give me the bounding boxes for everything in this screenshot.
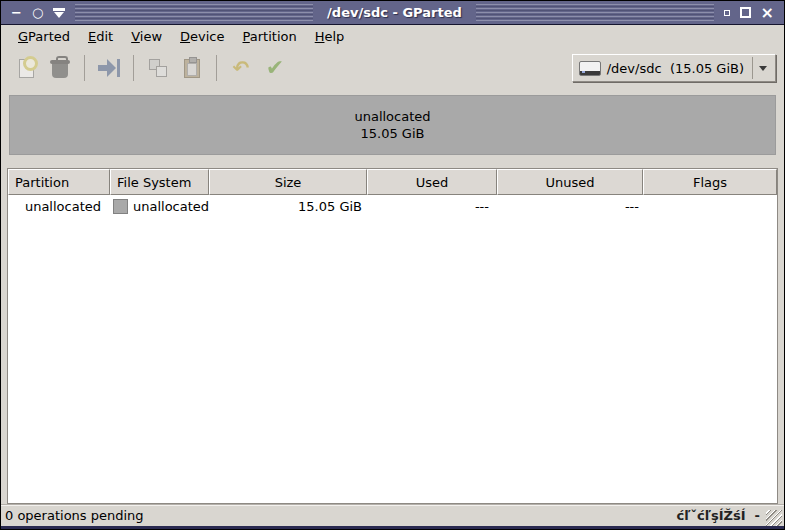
- unallocated-partition-bar[interactable]: unallocated 15.05 GiB: [9, 95, 776, 155]
- device-size-value: (15.05 GiB): [670, 61, 744, 76]
- toolbar: ↶ ✔ /dev/sdc (15.05 GiB): [1, 48, 784, 88]
- undo-button[interactable]: ↶: [226, 53, 256, 83]
- chevron-down-icon: [759, 66, 767, 71]
- combo-separator: [752, 57, 753, 79]
- column-header-flags[interactable]: Flags: [643, 169, 777, 195]
- cell-unused: ---: [497, 195, 643, 217]
- cell-partition: unallocated: [8, 195, 110, 217]
- menu-view[interactable]: View: [122, 27, 171, 46]
- new-partition-button[interactable]: [11, 53, 41, 83]
- statusbar-overlay-text: ćľˇćľşÍŽśÍ -: [677, 508, 760, 523]
- shade-icon[interactable]: [53, 8, 65, 18]
- disk-visual-area: unallocated 15.05 GiB: [1, 88, 784, 162]
- cell-filesystem: unallocated: [110, 195, 209, 217]
- column-header-size[interactable]: Size: [209, 169, 367, 195]
- column-header-unused[interactable]: Unused: [497, 169, 643, 195]
- table-row[interactable]: unallocated unallocated 15.05 GiB --- --…: [8, 195, 777, 217]
- resize-grip[interactable]: [766, 510, 782, 526]
- partition-table: Partition File System Size Used Unused F…: [7, 168, 778, 504]
- device-size: [662, 61, 670, 76]
- cell-flags: [643, 195, 777, 217]
- paste-icon: [184, 59, 200, 78]
- device-selector[interactable]: /dev/sdc (15.05 GiB): [572, 54, 776, 82]
- maximize-icon[interactable]: [740, 7, 751, 18]
- menu-help[interactable]: Help: [306, 27, 354, 46]
- menu-edit[interactable]: Edit: [79, 27, 122, 46]
- delete-partition-button[interactable]: [45, 53, 75, 83]
- close-icon[interactable]: ×: [761, 1, 774, 25]
- paste-partition-button[interactable]: [177, 53, 207, 83]
- titlebar-left-controls: − ○: [1, 1, 75, 24]
- copy-partition-button[interactable]: [143, 53, 173, 83]
- menu-device[interactable]: Device: [171, 27, 233, 46]
- minimize-icon[interactable]: −: [11, 1, 22, 25]
- iconify-icon[interactable]: [724, 10, 730, 16]
- window-title: /dev/sdc - GParted: [313, 1, 476, 24]
- resize-move-button[interactable]: [94, 53, 124, 83]
- menubar: GParted Edit View Device Partition Help: [1, 25, 784, 48]
- titlebar-stripes: [75, 4, 313, 21]
- gparted-window: − ○ /dev/sdc - GParted × GParted Edit Vi…: [0, 0, 785, 530]
- titlebar-right-controls: ×: [714, 1, 784, 24]
- titlebar[interactable]: − ○ /dev/sdc - GParted ×: [1, 1, 784, 25]
- partition-bar-size: 15.05 GiB: [361, 125, 425, 142]
- apply-icon: ✔: [266, 57, 284, 79]
- trash-icon: [52, 64, 68, 78]
- table-body: unallocated unallocated 15.05 GiB --- --…: [8, 195, 777, 503]
- menu-gparted[interactable]: GParted: [9, 27, 79, 46]
- table-header: Partition File System Size Used Unused F…: [8, 169, 777, 195]
- filesystem-label: unallocated: [133, 199, 209, 214]
- harddisk-icon: [579, 61, 601, 76]
- toolbar-separator: [84, 55, 85, 81]
- window-bottom-frame: [1, 526, 784, 529]
- column-header-partition[interactable]: Partition: [8, 169, 110, 195]
- partition-bar-label: unallocated: [354, 108, 430, 125]
- cell-used: ---: [367, 195, 497, 217]
- toolbar-separator: [133, 55, 134, 81]
- window-menu-icon[interactable]: ○: [32, 1, 43, 25]
- menu-partition[interactable]: Partition: [234, 27, 306, 46]
- resize-arrow-icon: [98, 59, 120, 77]
- statusbar: 0 operations pending ćľˇćľşÍŽśÍ -: [1, 504, 784, 526]
- undo-icon: ↶: [233, 58, 250, 78]
- titlebar-stripes: [476, 4, 714, 21]
- toolbar-separator: [216, 55, 217, 81]
- column-header-used[interactable]: Used: [367, 169, 497, 195]
- apply-button[interactable]: ✔: [260, 53, 290, 83]
- device-path: /dev/sdc: [607, 61, 662, 76]
- operations-pending-label: 0 operations pending: [5, 508, 677, 523]
- copy-icon: [149, 59, 167, 77]
- cell-size: 15.05 GiB: [209, 195, 367, 217]
- new-partition-icon: [19, 59, 34, 78]
- filesystem-color-swatch: [113, 199, 128, 214]
- column-header-filesystem[interactable]: File System: [110, 169, 209, 195]
